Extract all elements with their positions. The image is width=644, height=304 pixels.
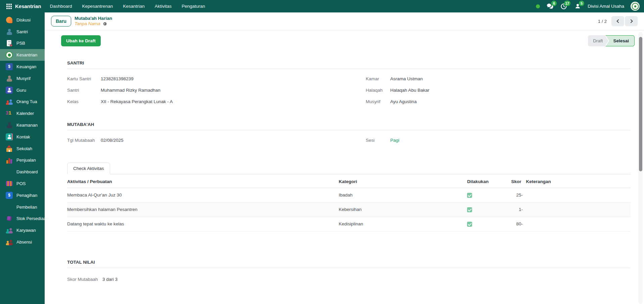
section-title-total-nilai: TOTAL NILAI — [67, 260, 631, 268]
field-label: Kartu Santri — [67, 76, 101, 81]
sesi-value[interactable]: Pagi — [390, 138, 399, 143]
pager-next-button[interactable] — [625, 16, 638, 26]
sidebar-item-label: Penagihan — [16, 193, 37, 198]
table-row[interactable]: Membersihkan halaman Pesantren Kebersiha… — [67, 202, 631, 217]
sidebar-item-guru[interactable]: Guru — [0, 84, 45, 96]
field-label: Musyrif — [366, 99, 390, 104]
user-menu[interactable]: Divisi Amal Usaha — [588, 4, 624, 9]
sidebar-item-stok-persediaan[interactable]: Stok Persediaan — [0, 213, 45, 225]
apps-grid-icon[interactable] — [6, 4, 12, 9]
menu-kesantrian[interactable]: Kesantrian — [123, 4, 145, 9]
sidebar-item-keamanan[interactable]: Keamanan — [0, 119, 45, 131]
pos-icon — [6, 180, 13, 187]
sidebar-item-diskusi[interactable]: Diskusi — [0, 14, 45, 26]
col-header-dilakukan[interactable]: Dilakukan — [467, 174, 499, 188]
sidebar-item-kalender[interactable]: 31Kalender — [0, 107, 45, 119]
navbar-right: 6 17 5 Divisi Amal Usaha — [536, 2, 640, 11]
status-step-draft[interactable]: Draft — [588, 35, 608, 46]
sidebar-item-musyrif[interactable]: Musyrif — [0, 73, 45, 84]
dilakukan-checkbox[interactable] — [467, 193, 472, 198]
sidebar-item-kontak[interactable]: Kontak — [0, 131, 45, 143]
menu-aktivitas[interactable]: Aktivitas — [155, 4, 172, 9]
santri-icon — [6, 28, 13, 35]
menu-pengaturan[interactable]: Pengaturan — [182, 4, 205, 9]
sidebar-item-label: Absensi — [16, 240, 32, 245]
set-to-draft-button[interactable]: Ubah ke Draft — [61, 35, 101, 46]
scrollbar-track[interactable] — [638, 32, 643, 304]
sidebar-item-pembelian[interactable]: Pembelian — [0, 201, 45, 213]
sidebar-item-keuangan[interactable]: $Keuangan — [0, 61, 45, 73]
field-value: Muhammad Rizky Ramadhan — [101, 88, 160, 93]
statusbar: Draft Selesai — [588, 35, 635, 46]
cell-keterangan: - — [521, 188, 631, 203]
section-title-santri: SANTRI — [67, 60, 631, 69]
cell-keterangan: - — [521, 202, 631, 217]
penjualan-icon — [6, 157, 13, 164]
sidebar-item-label: Keuangan — [16, 64, 36, 69]
menu-kepesantrenan[interactable]: Kepesantrenan — [82, 4, 113, 9]
stok-persediaan-icon — [6, 215, 13, 222]
status-step-selesai[interactable]: Selesai — [605, 35, 635, 46]
breadcrumb-bar: Baru Mutaba'ah Harian Tanpa Nama 1 / 2 — [45, 12, 644, 30]
col-header-kategori[interactable]: Kategori — [339, 174, 467, 188]
field-sesi: Sesi Pagi — [366, 138, 631, 143]
sidebar: DiskusiSantriPSBKesantrian$KeuanganMusyr… — [0, 12, 45, 304]
field-value: Asrama Ustman — [390, 76, 423, 81]
breadcrumb-title[interactable]: Mutaba'ah Harian — [75, 16, 112, 21]
sidebar-item-label: Stok Persediaan — [16, 216, 48, 221]
col-header-skor[interactable]: Skor — [499, 174, 521, 188]
new-button[interactable]: Baru — [51, 16, 71, 27]
sidebar-item-kesantrian[interactable]: Kesantrian — [0, 49, 45, 61]
sidebar-item-label: Karyawan — [16, 228, 36, 233]
sidebar-item-penagihan[interactable]: $Penagihan — [0, 189, 45, 201]
menu-dashboard[interactable]: Dashboard — [50, 4, 72, 9]
psb-icon — [6, 40, 13, 47]
dilakukan-checkbox[interactable] — [467, 222, 472, 227]
sidebar-item-label: Diskusi — [16, 17, 31, 23]
cell-kategori: Ibadah — [339, 188, 467, 203]
pager-prev-button[interactable] — [611, 16, 624, 26]
app-title[interactable]: Kesantrian — [15, 3, 41, 9]
field-label: Skor Mutabaah — [67, 277, 102, 282]
dilakukan-checkbox[interactable] — [467, 207, 472, 212]
field-santri: Santri Muhammad Rizky Ramadhan — [67, 88, 366, 93]
sidebar-item-dashboard[interactable]: Dashboard — [0, 166, 45, 178]
sidebar-item-absensi[interactable]: Absensi — [0, 236, 45, 248]
sidebar-item-label: Kalender — [16, 111, 34, 116]
requests-badge: 5 — [579, 1, 584, 6]
sidebar-item-label: Orang Tua — [16, 99, 37, 104]
messages-icon[interactable]: 6 — [546, 3, 554, 10]
main-content: Baru Mutaba'ah Harian Tanpa Nama 1 / 2 U… — [45, 12, 644, 304]
gear-icon[interactable] — [102, 21, 107, 26]
table-row[interactable]: Datang tepat waktu ke kelas Kedisiplinan… — [67, 217, 631, 231]
sidebar-item-santri[interactable]: Santri — [0, 26, 45, 38]
activities-clock-icon[interactable]: 17 — [560, 3, 567, 10]
sekolah-icon — [6, 145, 13, 152]
col-header-aktivitas[interactable]: Aktivitas / Perbuatan — [67, 174, 339, 188]
scrollbar-thumb[interactable] — [639, 37, 642, 171]
sidebar-item-sekolah[interactable]: Sekolah — [0, 143, 45, 155]
sidebar-item-label: Santri — [16, 29, 28, 34]
sidebar-item-karyawan[interactable]: Karyawan — [0, 224, 45, 236]
tab-check-aktivitas[interactable]: Check Aktivitas — [67, 163, 110, 174]
diskusi-icon — [6, 16, 13, 24]
sidebar-item-psb[interactable]: PSB — [0, 38, 45, 49]
sidebar-item-penjualan[interactable]: Penjualan — [0, 155, 45, 166]
col-header-keterangan[interactable]: Keterangan — [521, 174, 631, 188]
sidebar-item-orang-tua[interactable]: Orang Tua — [0, 96, 45, 108]
requests-user-icon[interactable]: 5 — [574, 3, 581, 10]
aktivitas-table: Aktivitas / Perbuatan Kategori Dilakukan… — [67, 174, 631, 231]
avatar[interactable] — [631, 2, 640, 11]
sidebar-item-pos[interactable]: POS — [0, 178, 45, 189]
kontak-icon — [6, 133, 13, 140]
field-value: Ayu Agustina — [390, 99, 417, 104]
top-navbar: Kesantrian Dashboard Kepesantrenan Kesan… — [0, 0, 644, 12]
chevron-left-icon — [616, 19, 620, 23]
field-value: 02/08/2025 — [101, 138, 124, 143]
online-status-dot — [536, 4, 540, 8]
table-row[interactable]: Membaca Al-Qur'an Juz 30 Ibadah 25 - — [67, 188, 631, 203]
field-halaqah: Halaqah Halaqah Abu Bakar — [366, 88, 631, 93]
main-menu: Dashboard Kepesantrenan Kesantrian Aktiv… — [50, 4, 205, 9]
sidebar-item-label: Keamanan — [16, 123, 38, 128]
sidebar-item-label: POS — [16, 181, 26, 186]
